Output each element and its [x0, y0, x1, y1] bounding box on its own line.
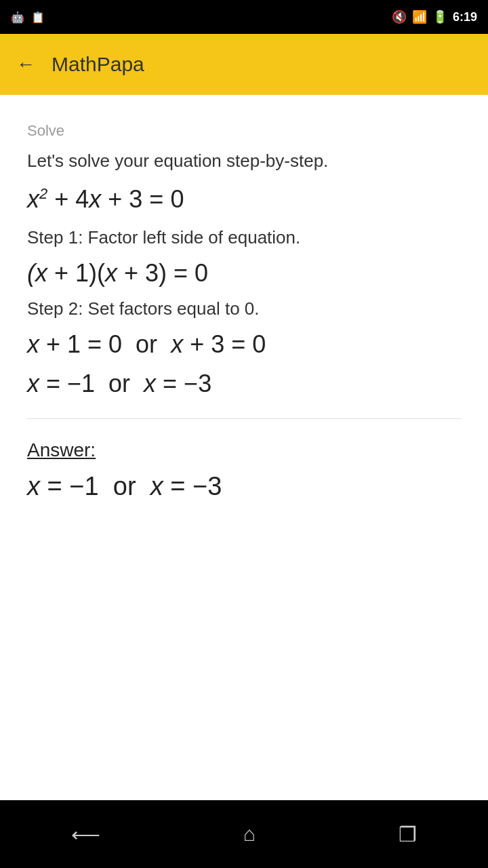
nav-bar: ⟵ ⌂ ❒	[0, 800, 488, 868]
solutions-line: x = −1 or x = −3	[27, 370, 461, 398]
battery-icon: 🔋	[432, 9, 447, 24]
status-bar-left: 🤖 📋	[11, 11, 45, 24]
step2-label: Step 2: Set factors equal to 0.	[27, 298, 461, 319]
solve-label: Solve	[27, 122, 461, 140]
status-bar-right: 🔇 📶 🔋 6:19	[392, 9, 477, 24]
original-equation: x2 + 4x + 3 = 0	[27, 185, 461, 214]
nav-back-button[interactable]: ⟵	[51, 816, 121, 853]
intro-text: Let's solve your equation step-by-step.	[27, 151, 461, 172]
factors-line: x + 1 = 0 or x + 3 = 0	[27, 330, 461, 359]
nav-home-button[interactable]: ⌂	[223, 816, 276, 852]
time-display: 6:19	[453, 10, 477, 24]
status-bar: 🤖 📋 🔇 📶 🔋 6:19	[0, 0, 488, 34]
factored-equation: (x + 1)(x + 3) = 0	[27, 259, 461, 288]
back-button[interactable]: ←	[16, 54, 35, 75]
wifi-icon: 📶	[412, 9, 427, 24]
nav-recent-button[interactable]: ❒	[378, 816, 437, 853]
app-title: MathPapa	[52, 53, 144, 76]
mute-icon: 🔇	[392, 9, 407, 24]
main-content: Solve Let's solve your equation step-by-…	[0, 95, 488, 800]
android-icon: 🤖	[11, 11, 24, 24]
divider	[27, 418, 461, 419]
app-bar: ← MathPapa	[0, 34, 488, 95]
answer-equation: x = −1 or x = −3	[27, 472, 461, 501]
clipboard-icon: 📋	[31, 11, 45, 24]
answer-label: Answer:	[27, 439, 461, 461]
step1-label: Step 1: Factor left side of equation.	[27, 227, 461, 248]
